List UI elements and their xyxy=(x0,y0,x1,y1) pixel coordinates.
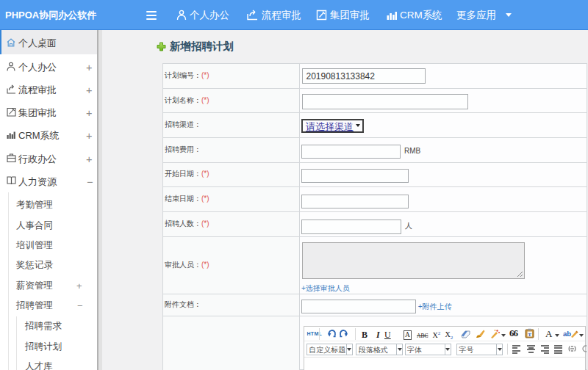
svg-text:T: T xyxy=(528,332,531,338)
